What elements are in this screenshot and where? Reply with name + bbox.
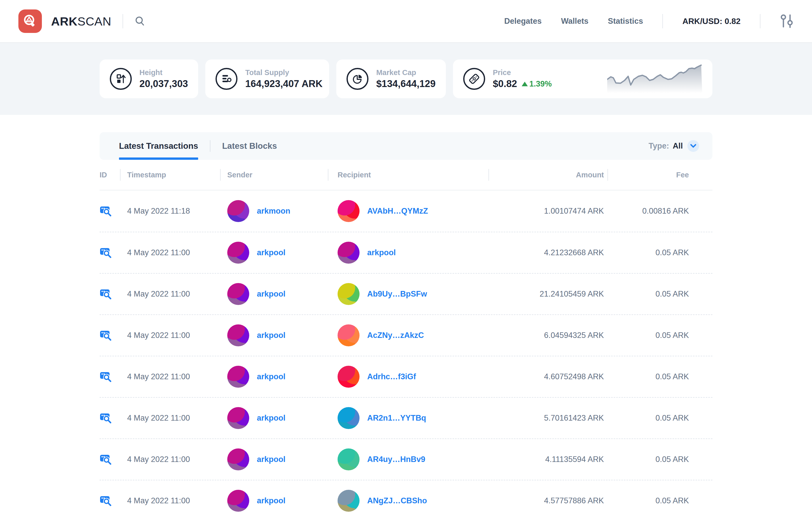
arrow-up-icon	[522, 82, 528, 86]
recipient-avatar	[338, 490, 359, 512]
recipient-link[interactable]: AR2n1…YYTBq	[367, 414, 426, 423]
arkscan-logo-icon	[19, 9, 42, 33]
marketcap-icon	[347, 68, 369, 90]
transaction-id-icon[interactable]	[99, 330, 112, 341]
transaction-amount: 5.70161423 ARK	[489, 414, 607, 423]
sender-avatar	[227, 283, 249, 305]
brand-name: ARKSCAN	[51, 14, 111, 28]
recipient-avatar	[338, 200, 359, 222]
brand-name-light: SCAN	[77, 14, 111, 28]
recipient-link[interactable]: Adrhc…f3iGf	[367, 372, 416, 381]
nav-divider-2	[760, 14, 760, 28]
transaction-amount: 4.11135594 ARK	[489, 455, 607, 464]
supply-icon	[215, 68, 237, 90]
search-icon[interactable]	[134, 16, 146, 27]
transaction-id-icon[interactable]	[99, 495, 112, 507]
transaction-id-icon[interactable]	[99, 205, 112, 217]
nav-statistics[interactable]: Statistics	[608, 17, 643, 26]
stat-label: Total Supply	[245, 68, 322, 77]
type-filter-value: All	[673, 141, 683, 151]
recipient-link[interactable]: arkpool	[367, 248, 396, 257]
stat-label: Height	[139, 68, 188, 77]
col-header-recipient: Recipient	[328, 171, 489, 179]
transaction-row: 4 May 2022 11:00 arkpool AR4uy…HnBv9	[99, 439, 713, 480]
transaction-timestamp: 4 May 2022 11:00	[120, 372, 220, 381]
sender-avatar	[227, 448, 249, 471]
transaction-timestamp: 4 May 2022 11:00	[120, 290, 220, 299]
tab-latest-blocks[interactable]: Latest Blocks	[222, 132, 277, 160]
stats-band: Height 20,037,303 Total Supply 164,923,4…	[0, 43, 812, 115]
transaction-amount: 4.57757886 ARK	[489, 496, 607, 505]
transaction-row: 4 May 2022 11:00 arkpool arkpool 4.	[99, 232, 713, 273]
stat-value: $134,644,129	[376, 78, 435, 89]
recipient-link[interactable]: ANgZJ…CBSho	[367, 496, 427, 505]
stat-value: 164,923,407 ARK	[245, 78, 322, 89]
transaction-id-icon[interactable]	[99, 288, 112, 300]
transaction-fee: 0.05 ARK	[608, 331, 689, 340]
transaction-fee: 0.05 ARK	[608, 414, 689, 423]
transaction-amount: 6.04594325 ARK	[489, 331, 607, 340]
chevron-down-icon	[687, 140, 699, 152]
transaction-id-icon[interactable]	[99, 454, 112, 465]
transaction-fee: 0.00816 ARK	[608, 207, 689, 216]
sender-link[interactable]: arkpool	[257, 248, 286, 257]
transaction-fee: 0.05 ARK	[608, 372, 689, 381]
transaction-timestamp: 4 May 2022 11:00	[120, 455, 220, 464]
stat-card-marketcap: Market Cap $134,644,129	[336, 59, 445, 98]
price-value: $0.82	[493, 78, 517, 89]
price-change: 1.39%	[522, 79, 552, 89]
price-sparkline-chart	[607, 65, 702, 93]
recipient-avatar	[338, 448, 359, 471]
transaction-amount: 4.60752498 ARK	[489, 372, 607, 381]
settings-sliders-icon[interactable]	[780, 13, 793, 29]
recipient-link[interactable]: AVAbH…QYMzZ	[367, 207, 428, 216]
transaction-timestamp: 4 May 2022 11:18	[120, 207, 220, 216]
tab-label: Latest Blocks	[222, 141, 277, 151]
recipient-link[interactable]: AcZNy…zAkzC	[367, 331, 424, 340]
sender-link[interactable]: arkpool	[257, 496, 286, 505]
brand[interactable]: ARKSCAN	[19, 9, 111, 33]
sender-avatar	[227, 407, 249, 429]
sender-link[interactable]: arkpool	[257, 455, 286, 464]
transaction-id-icon[interactable]	[99, 412, 112, 424]
nav-delegates[interactable]: Delegates	[504, 17, 542, 26]
sender-link[interactable]: arkpool	[257, 290, 286, 299]
price-change-value: 1.39%	[529, 79, 552, 89]
transaction-row: 4 May 2022 11:00 arkpool ANgZJ…CBSho	[99, 480, 713, 513]
recipient-link[interactable]: AR4uy…HnBv9	[367, 455, 425, 464]
tab-label: Latest Transactions	[119, 141, 198, 151]
col-header-sender: Sender	[221, 171, 328, 179]
transaction-timestamp: 4 May 2022 11:00	[120, 496, 220, 505]
tab-latest-transactions[interactable]: Latest Transactions	[119, 132, 198, 160]
transaction-timestamp: 4 May 2022 11:00	[120, 331, 220, 340]
col-header-id: ID	[99, 171, 120, 179]
stat-card-supply: Total Supply 164,923,407 ARK	[205, 59, 329, 98]
transaction-row: 4 May 2022 11:00 arkpool AcZNy…zAkzC	[99, 314, 713, 356]
top-header: ARKSCAN Delegates Wallets Statistics ARK…	[0, 0, 812, 43]
type-filter-label: Type:	[648, 141, 669, 151]
sender-link[interactable]: arkpool	[257, 331, 286, 340]
recipient-link[interactable]: Ab9Uy…BpSFw	[367, 290, 427, 299]
transaction-fee: 0.05 ARK	[608, 290, 689, 299]
stat-card-price: Price $0.82 1.39%	[453, 59, 713, 98]
table-tabs-bar: Latest Transactions Latest Blocks Type: …	[99, 132, 713, 160]
active-tab-underline	[119, 157, 198, 160]
transaction-id-icon[interactable]	[99, 247, 112, 259]
transaction-id-icon[interactable]	[99, 371, 112, 383]
transaction-row: 4 May 2022 11:00 arkpool Adrhc…f3iGf	[99, 356, 713, 397]
sender-link[interactable]: arkmoon	[257, 207, 290, 216]
main-nav: Delegates Wallets Statistics ARK/USD: 0.…	[504, 13, 793, 29]
stat-value: 20,037,303	[139, 78, 188, 89]
transaction-row: 4 May 2022 11:18 arkmoon AVAbH…QYMzZ	[99, 190, 713, 232]
stat-label: Market Cap	[376, 68, 435, 77]
nav-wallets[interactable]: Wallets	[561, 17, 588, 26]
recipient-avatar	[338, 283, 359, 305]
sender-link[interactable]: arkpool	[257, 372, 286, 381]
height-icon	[110, 68, 132, 90]
type-filter-dropdown[interactable]: Type: All	[648, 140, 699, 152]
transaction-row: 4 May 2022 11:00 arkpool Ab9Uy…BpSFw	[99, 273, 713, 314]
transaction-amount: 21.24105459 ARK	[489, 290, 607, 299]
col-header-amount: Amount	[489, 171, 607, 179]
stat-label: Price	[493, 68, 552, 77]
sender-link[interactable]: arkpool	[257, 414, 286, 423]
